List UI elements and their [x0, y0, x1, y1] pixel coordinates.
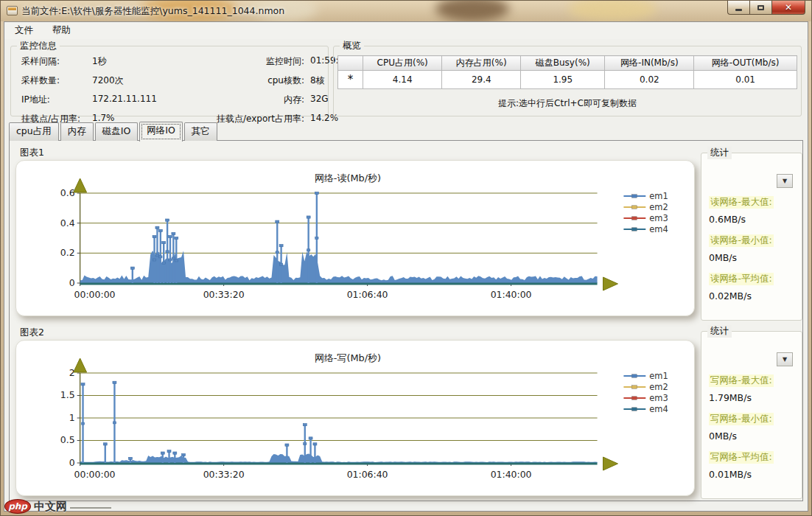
monitor-info-title: 监控信息: [17, 40, 60, 52]
stats-title: 统计: [707, 147, 732, 159]
svg-text:0.4: 0.4: [60, 217, 75, 229]
field-label: 采样数量:: [21, 74, 92, 87]
field-label: 采样间隔:: [21, 55, 92, 68]
watermark-line: [70, 507, 111, 509]
maximize-button[interactable]: [749, 1, 771, 15]
stats-series-select[interactable]: ▼: [777, 352, 793, 366]
tab-other[interactable]: 其它: [184, 122, 217, 141]
field-value: 7200次: [92, 74, 186, 87]
stats-series-select[interactable]: ▼: [777, 174, 793, 188]
field-label: IP地址:: [21, 94, 92, 106]
svg-text:01:06:40: 01:06:40: [347, 289, 388, 300]
field-value: 172.21.11.111: [92, 94, 186, 106]
site-name: 中文网: [34, 500, 67, 514]
overview-table: CPU占用(%) 内存占用(%) 磁盘Busy(%) 网络-IN(Mb/s) 网…: [337, 55, 797, 89]
overview-cell-net-in[interactable]: 0.02: [605, 71, 694, 89]
monitor-info-grid: 采样间隔: 1秒 监控时间: 01:59:59 采样数量: 7200次 cpu核…: [21, 55, 325, 111]
client-area: 文件 帮助 监控信息 采样间隔: 1秒 监控时间: 01:59:59 采样数量:…: [4, 21, 808, 512]
chart2-label: 图表2: [20, 327, 44, 339]
overview-data-row[interactable]: * 4.14 29.4 1.95 0.02 0.01: [338, 71, 797, 89]
svg-text:00:33:20: 00:33:20: [203, 469, 245, 480]
window-title: 当前文件:E:\软件\服务器性能监控\yums_141111_1044.nmon: [21, 5, 284, 18]
field-value: 1秒: [92, 55, 186, 68]
monitor-info-panel: 监控信息 采样间隔: 1秒 监控时间: 01:59:59 采样数量: 7200次…: [10, 46, 329, 116]
svg-text:00:00:00: 00:00:00: [74, 289, 116, 300]
overview-cell-net-out[interactable]: 0.01: [694, 71, 797, 89]
field-label: 监控时间:: [186, 55, 310, 68]
svg-text:01:06:40: 01:06:40: [347, 469, 388, 480]
svg-text:网络-写(Mb/秒): 网络-写(Mb/秒): [315, 352, 381, 363]
stat-value: 1.79MB/s: [709, 392, 799, 403]
tab-network-io[interactable]: 网络IO: [139, 122, 183, 142]
app-window: 当前文件:E:\软件\服务器性能监控\yums_141111_1044.nmon…: [0, 0, 812, 516]
stat-value: 0.02MB/s: [709, 290, 799, 301]
stat-value: 0.6MB/s: [709, 214, 799, 225]
stat-item: 读网络-最小值: 0MB/s: [709, 234, 799, 263]
svg-text:1: 1: [69, 412, 75, 423]
menu-bar: 文件 帮助: [4, 22, 808, 39]
overview-col-header: 内存占用(%): [442, 56, 521, 71]
stats-title: 统计: [707, 325, 732, 338]
svg-text:em4: em4: [649, 224, 668, 234]
svg-text:em3: em3: [649, 213, 668, 223]
read-stats-items: 读网络-最大值: 0.6MB/s 读网络-最小值: 0MB/s 读网络-平均值:…: [709, 196, 799, 311]
stat-label: 读网络-最大值:: [709, 196, 774, 209]
stat-item: 读网络-平均值: 0.02MB/s: [709, 273, 799, 301]
svg-text:em1: em1: [649, 371, 668, 381]
network-io-tab-panel: 图表1 00.20.40.600:00:0000:33:2001:06:4001…: [9, 140, 803, 501]
overview-cell-cpu[interactable]: 4.14: [363, 71, 442, 89]
svg-text:00:00:00: 00:00:00: [74, 469, 116, 480]
network-write-chart-panel: 00.511.5200:00:0000:33:2001:06:4001:40:0…: [15, 340, 695, 496]
tab-cpu[interactable]: cpu占用: [9, 122, 59, 141]
tab-memory[interactable]: 内存: [60, 122, 94, 141]
chart1-label: 图表1: [20, 147, 44, 159]
close-button[interactable]: ✕: [771, 1, 805, 15]
stat-label: 读网络-最小值:: [709, 234, 774, 247]
svg-text:00:33:20: 00:33:20: [203, 289, 245, 300]
svg-text:01:40:00: 01:40:00: [491, 289, 532, 300]
svg-text:0.5: 0.5: [60, 434, 75, 445]
svg-text:0: 0: [69, 457, 75, 468]
row-marker: *: [338, 71, 363, 89]
php-logo-badge: php: [4, 499, 31, 514]
svg-text:01:40:00: 01:40:00: [491, 469, 532, 480]
svg-text:网络-读(Mb/秒): 网络-读(Mb/秒): [315, 172, 381, 184]
copy-hint: 提示:选中行后Ctrl+C即可复制数据: [334, 97, 801, 110]
overview-corner-cell: [338, 56, 363, 71]
overview-cell-disk[interactable]: 1.95: [521, 71, 605, 89]
stat-item: 写网络-平均值: 0.01MB/s: [709, 451, 799, 480]
tab-disk-io[interactable]: 磁盘IO: [95, 122, 139, 141]
chevron-down-icon: ▼: [783, 356, 787, 363]
svg-text:em2: em2: [649, 202, 668, 212]
svg-text:1.5: 1.5: [60, 389, 75, 400]
titlebar[interactable]: 当前文件:E:\软件\服务器性能监控\yums_141111_1044.nmon…: [1, 1, 811, 21]
field-label: 内存:: [186, 94, 310, 106]
network-write-chart: 00.511.5200:00:0000:33:2001:06:4001:40:0…: [18, 342, 693, 494]
site-watermark: php 中文网: [4, 499, 111, 514]
overview-panel: 概览 CPU占用(%) 内存占用(%) 磁盘Busy(%) 网络-IN(Mb/s…: [333, 46, 802, 116]
maximize-icon: [757, 5, 764, 10]
minimize-button[interactable]: [727, 1, 749, 15]
stat-value: 0MB/s: [709, 430, 799, 442]
menu-help[interactable]: 帮助: [52, 24, 71, 37]
svg-text:em4: em4: [649, 404, 668, 414]
stat-item: 写网络-最小值: 0MB/s: [709, 413, 799, 442]
stat-value: 0.01MB/s: [709, 469, 799, 480]
read-stats-panel: 统计 ▼ 读网络-最大值: 0.6MB/s 读网络-最小值: 0MB/s 读网络…: [701, 153, 802, 321]
close-icon: ✕: [785, 2, 792, 13]
tab-strip: cpu占用 内存 磁盘IO 网络IO 其它: [9, 124, 219, 141]
svg-text:0: 0: [69, 277, 75, 288]
stat-item: 读网络-最大值: 0.6MB/s: [709, 196, 799, 225]
write-stats-items: 写网络-最大值: 1.79MB/s 写网络-最小值: 0MB/s 写网络-平均值…: [709, 374, 799, 489]
overview-col-header: 网络-OUT(Mb/s): [694, 56, 797, 71]
overview-cell-memory[interactable]: 29.4: [442, 71, 521, 89]
network-read-chart-panel: 00.20.40.600:00:0000:33:2001:06:4001:40:…: [15, 160, 695, 316]
menu-file[interactable]: 文件: [15, 24, 33, 37]
overview-col-header: 网络-IN(Mb/s): [605, 56, 694, 71]
svg-text:em3: em3: [649, 393, 668, 403]
network-read-chart: 00.20.40.600:00:0000:33:2001:06:4001:40:…: [18, 162, 693, 314]
svg-text:em2: em2: [649, 382, 668, 392]
titlebar-glass-blob: [568, 1, 657, 21]
svg-text:0.6: 0.6: [60, 187, 75, 198]
window-controls: ✕: [727, 1, 805, 15]
